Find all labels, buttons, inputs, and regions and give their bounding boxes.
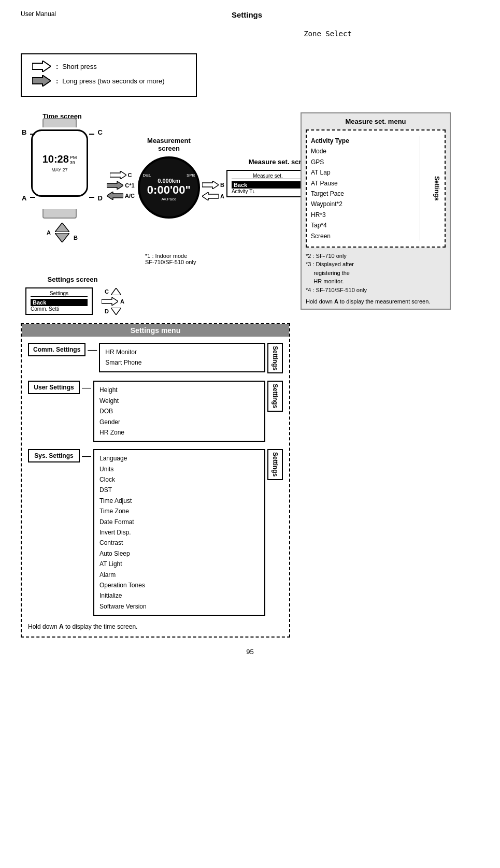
settings-display-row: Settings Back Comm. Setti C bbox=[21, 287, 124, 315]
c-right-arrow-icon bbox=[110, 171, 126, 179]
ms-item-at-lap: AT Lap bbox=[311, 167, 420, 178]
short-press-label: Short press bbox=[62, 63, 96, 70]
svg-marker-4 bbox=[110, 171, 126, 179]
ms-item-gps: GPS bbox=[311, 157, 420, 167]
btn-d-label: D bbox=[98, 194, 103, 202]
b-right-arrow-icon bbox=[202, 181, 219, 189]
page-header: User Manual Settings bbox=[21, 10, 479, 19]
st-comm: Comm. Setti bbox=[31, 306, 88, 312]
watch-body: 10:28 PM 39 MAY 27 bbox=[31, 129, 88, 197]
user-settings-label: User Settings bbox=[28, 381, 80, 394]
short-press-legend: : Short press bbox=[32, 61, 185, 72]
sys-arrow: — bbox=[82, 451, 91, 460]
btn-line-d bbox=[89, 197, 94, 198]
a-left-arrow-btn: A bbox=[202, 192, 224, 200]
sys-settings-group: Sys. Settings — Language Units Clock DST… bbox=[28, 449, 283, 616]
page-title: Settings bbox=[56, 10, 438, 19]
comm-settings-group: Comm. Settings — HR Monitor Smart Phone … bbox=[28, 343, 283, 373]
watch-band-top bbox=[42, 118, 77, 127]
st-a-arrow: A bbox=[102, 297, 124, 306]
ms-menu-settings-label: Settings bbox=[424, 176, 440, 200]
comm-arrow: — bbox=[88, 345, 97, 354]
ms-item-screen: Screen bbox=[311, 231, 420, 241]
settings-display: Settings Back Comm. Setti bbox=[25, 287, 93, 315]
user-settings-settings: Settings bbox=[267, 381, 283, 411]
watch-band-bottom bbox=[42, 209, 77, 219]
user-settings-items: Height Weight DOB Gender HR Zone bbox=[93, 381, 265, 442]
left-col: Time screen B C A D 10:28 PM 39 bbox=[21, 112, 290, 638]
ms-hold-note: Hold down A to display the measurement s… bbox=[306, 298, 446, 305]
ms-activity: Activity T↓ bbox=[232, 189, 304, 194]
watch-date: MAY 27 bbox=[51, 167, 67, 172]
btn-a-label: A bbox=[22, 194, 26, 202]
indoor-note: *1 : Indoor mode SF-710/SF-510 only bbox=[145, 253, 290, 265]
watch-ampm: PM bbox=[70, 155, 77, 160]
ms-item-tap: Tap*4 bbox=[311, 220, 420, 230]
ab-arrows: A B bbox=[21, 223, 104, 242]
user-manual-label: User Manual bbox=[21, 10, 56, 18]
round-watch: Dist. SPlit 0.000km 0:00'00" Av.Pace bbox=[138, 156, 200, 219]
zone-select: Zone Select bbox=[176, 30, 479, 38]
st-a-label: A bbox=[120, 298, 124, 305]
hold-note-bottom: Hold down A to display the time screen. bbox=[28, 623, 283, 630]
svg-marker-12 bbox=[111, 288, 121, 295]
screens-row: Time screen B C A D 10:28 PM 39 bbox=[21, 112, 290, 242]
c-arrow-btn: C bbox=[110, 171, 132, 179]
a-left-arrow-icon bbox=[202, 192, 219, 200]
ms-title: Measure set. bbox=[232, 173, 304, 179]
st-c-label: C bbox=[105, 288, 109, 295]
ms-footnotes: *2 : SF-710 only *3 : Displayed after re… bbox=[306, 252, 446, 295]
btn-b-down-label: B bbox=[74, 235, 78, 241]
av-pace-label: Av.Pace bbox=[161, 197, 176, 201]
user-settings-group: User Settings — Height Weight DOB Gender… bbox=[28, 381, 283, 442]
st-a-right-icon bbox=[102, 297, 118, 306]
up-arrow-icon bbox=[55, 223, 69, 232]
indoor-note1: *1 : Indoor mode bbox=[145, 253, 290, 259]
st-c-up-icon bbox=[111, 288, 121, 295]
ms-menu-inner: Activity Type Mode GPS AT Lap AT Pause T… bbox=[306, 129, 446, 248]
meas-to-ms-arrows: B A bbox=[202, 181, 224, 200]
indoor-note2: SF-710/SF-510 only bbox=[145, 259, 290, 265]
ms-item-mode: Mode bbox=[311, 146, 420, 156]
footnote-3: *3 : Displayed after registering the HR … bbox=[306, 260, 446, 286]
st-d-label: D bbox=[105, 308, 109, 314]
svg-marker-6 bbox=[107, 192, 123, 200]
right-col: Measure set. menu Activity Type Mode GPS… bbox=[301, 112, 451, 638]
btn-line-b bbox=[30, 134, 35, 135]
svg-marker-1 bbox=[32, 75, 51, 86]
sys-settings-settings: Settings bbox=[267, 449, 283, 480]
st-d-down-icon bbox=[111, 308, 121, 315]
long-press-legend: : Long press (two seconds or more) bbox=[32, 75, 185, 86]
st-d-arrow: D bbox=[105, 308, 121, 315]
measure-set-display: Measure set. Back Activity T↓ bbox=[226, 170, 309, 197]
long-press-label: Long press (two seconds or more) bbox=[62, 77, 164, 85]
settings-screen-label: Settings screen bbox=[21, 276, 124, 283]
ms-item-target-pace: Target Pace bbox=[311, 189, 420, 199]
split-label: SPlit bbox=[187, 173, 195, 178]
diagrams-outer: Time screen B C A D 10:28 PM 39 bbox=[21, 112, 479, 638]
cstar1-arrow-btn: C*1 bbox=[107, 181, 134, 190]
page-number: 95 bbox=[21, 648, 479, 656]
time-val: 0:00'00" bbox=[147, 184, 191, 196]
user-arrow: — bbox=[82, 383, 91, 392]
ms-item-waypoint: Waypoint*2 bbox=[311, 199, 420, 209]
long-press-arrow-icon bbox=[32, 75, 51, 86]
svg-marker-7 bbox=[202, 181, 219, 189]
st-cd-arrows: C A D bbox=[102, 288, 124, 315]
measurement-screen-label: Measurement screen bbox=[138, 137, 200, 152]
down-arrow-icon bbox=[55, 233, 69, 242]
btn-a-down-label: A bbox=[47, 229, 51, 236]
footnote-4: *4 : SF-710/SF-510 only bbox=[306, 286, 446, 295]
comm-settings-label: Comm. Settings bbox=[28, 343, 85, 356]
btn-line-c bbox=[89, 134, 94, 135]
cstar1-right-arrow-icon bbox=[107, 181, 123, 190]
measure-set-menu: Measure set. menu Activity Type Mode GPS… bbox=[301, 112, 451, 310]
measurement-screen-section: Measurement screen Dist. SPlit 0.000km 0… bbox=[138, 137, 200, 219]
settings-screen-section: Settings screen Settings Back Comm. Sett… bbox=[21, 276, 124, 315]
watch-seconds: 39 bbox=[70, 160, 77, 165]
comm-settings-settings: Settings bbox=[267, 343, 283, 373]
ms-menu-settings-col: Settings bbox=[420, 136, 440, 241]
st-back: Back bbox=[31, 299, 88, 306]
ac-arrow-btn: A/C bbox=[107, 192, 135, 200]
svg-marker-13 bbox=[102, 297, 118, 306]
